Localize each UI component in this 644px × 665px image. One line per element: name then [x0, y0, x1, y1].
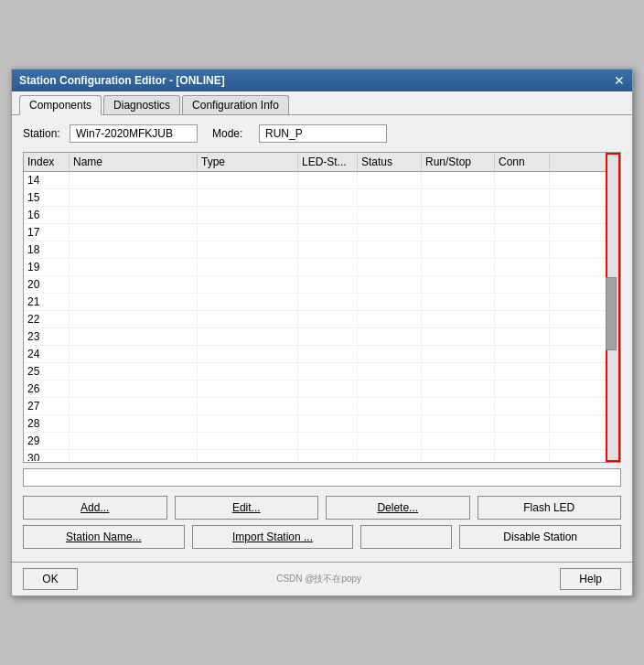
cell-type [198, 363, 298, 380]
cell-conn [495, 311, 550, 327]
cell-status [358, 398, 422, 414]
cell-name [70, 415, 198, 432]
cell-led [298, 259, 358, 275]
cell-status [358, 328, 422, 345]
cell-type [198, 415, 298, 432]
cell-type [198, 346, 298, 362]
flash-led-button[interactable]: Flash LED [478, 496, 622, 520]
ok-button[interactable]: OK [23, 568, 78, 590]
cell-conn [495, 398, 550, 414]
cell-conn [495, 294, 550, 310]
cell-index: 28 [24, 415, 70, 432]
cell-name [70, 398, 198, 414]
watermark: CSDN @技不在popy [276, 573, 361, 585]
cell-runstop [422, 328, 495, 345]
scrollbar-highlight[interactable] [606, 153, 620, 462]
table-row[interactable]: 27 [24, 398, 620, 415]
cell-name [70, 259, 198, 275]
cell-index: 25 [24, 363, 70, 380]
status-bar [23, 468, 621, 487]
cell-conn [495, 207, 550, 223]
table-row[interactable]: 26 [24, 381, 620, 398]
cell-conn [495, 224, 550, 241]
cell-name [70, 363, 198, 380]
cell-type [198, 172, 298, 188]
tab-diagnostics[interactable]: Diagnostics [103, 95, 180, 114]
cell-type [198, 381, 298, 397]
cell-runstop [422, 346, 495, 362]
table-header: Index Name Type LED-St... Status Run/Sto… [24, 153, 620, 172]
edit-button[interactable]: Edit... [175, 496, 319, 520]
buttons-row-2: Station Name... Import Station ... Disab… [23, 525, 621, 549]
help-button[interactable]: Help [560, 568, 621, 590]
table-row[interactable]: 20 [24, 276, 620, 294]
table-body: 1415161718192021222324252627282930313212… [24, 172, 620, 461]
title-bar: Station Configuration Editor - [ONLINE] … [12, 70, 632, 91]
components-table: Index Name Type LED-St... Status Run/Sto… [23, 152, 621, 463]
cell-type [198, 241, 298, 258]
table-row[interactable]: 24 [24, 346, 620, 363]
import-station-button[interactable]: Import Station ... [192, 525, 354, 549]
cell-runstop [422, 189, 495, 206]
cell-led [298, 241, 358, 258]
cell-led [298, 189, 358, 206]
table-row[interactable]: 14 [24, 172, 620, 189]
cell-type [198, 207, 298, 223]
table-row[interactable]: 25 [24, 363, 620, 381]
cell-index: 16 [24, 207, 70, 223]
cell-led [298, 398, 358, 414]
cell-led [298, 172, 358, 188]
cell-name [70, 172, 198, 188]
cell-conn [495, 415, 550, 432]
cell-type [198, 276, 298, 293]
cell-type [198, 259, 298, 275]
cell-status [358, 415, 422, 432]
close-button[interactable]: ✕ [614, 74, 625, 87]
cell-status [358, 224, 422, 241]
cell-index: 30 [24, 450, 70, 461]
table-row[interactable]: 17 [24, 224, 620, 241]
cell-conn [495, 346, 550, 362]
cell-index: 26 [24, 381, 70, 397]
mode-value: RUN_P [259, 124, 387, 143]
cell-name [70, 328, 198, 345]
tab-components[interactable]: Components [19, 95, 102, 115]
cell-index: 23 [24, 328, 70, 345]
table-row[interactable]: 22 [24, 311, 620, 328]
table-row[interactable]: 19 [24, 259, 620, 276]
table-row[interactable]: 16 [24, 207, 620, 224]
col-name: Name [70, 153, 198, 171]
table-row[interactable]: 28 [24, 415, 620, 433]
cell-conn [495, 381, 550, 397]
cell-runstop [422, 294, 495, 310]
table-row[interactable]: 23 [24, 328, 620, 346]
table-row[interactable]: 15 [24, 189, 620, 207]
scrollbar-thumb[interactable] [606, 277, 617, 350]
cell-led [298, 328, 358, 345]
cell-type [198, 294, 298, 310]
cell-type [198, 328, 298, 345]
tab-configuration-info[interactable]: Configuration Info [182, 95, 289, 114]
disable-station-button[interactable]: Disable Station [459, 525, 621, 549]
cell-status [358, 241, 422, 258]
delete-button[interactable]: Delete... [326, 496, 470, 520]
cell-name [70, 276, 198, 293]
table-row[interactable]: 21 [24, 294, 620, 311]
table-row[interactable]: 18 [24, 241, 620, 259]
add-button[interactable]: Add... [23, 496, 167, 520]
station-value: Win7-2020MFKJUB [70, 124, 198, 143]
station-name-button[interactable]: Station Name... [23, 525, 185, 549]
station-field-group: Station: Win7-2020MFKJUB [23, 124, 198, 143]
content-area: Station: Win7-2020MFKJUB Mode: RUN_P Ind… [12, 115, 632, 558]
cell-type [198, 398, 298, 414]
cell-status [358, 450, 422, 461]
cell-conn [495, 363, 550, 380]
cell-index: 21 [24, 294, 70, 310]
cell-led [298, 224, 358, 241]
cell-led [298, 381, 358, 397]
table-row[interactable]: 30 [24, 450, 620, 461]
table-row[interactable]: 29 [24, 433, 620, 450]
cell-runstop [422, 259, 495, 275]
col-status: Status [358, 153, 422, 171]
cell-led [298, 294, 358, 310]
